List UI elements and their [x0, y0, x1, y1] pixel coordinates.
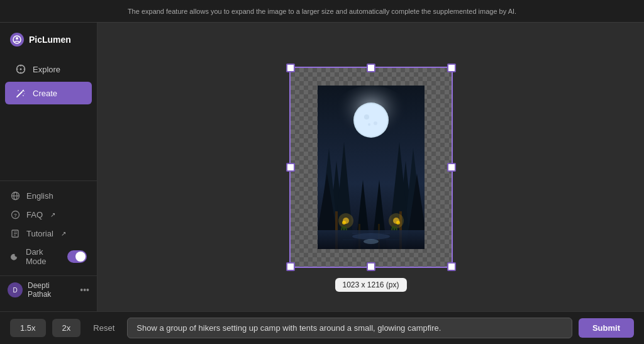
main-content: 1023 x 1216 (px) [97, 23, 644, 311]
moon-icon [10, 252, 19, 262]
tutorial-external-icon: ↗ [61, 230, 66, 237]
resize-handle-mr[interactable] [447, 163, 456, 172]
user-area: D Deepti Pathak ••• [0, 275, 97, 304]
submit-button[interactable]: Submit [579, 318, 634, 338]
sidebar-item-explore-label: Explore [33, 65, 60, 74]
resize-handle-br[interactable] [447, 262, 456, 271]
darkmode-toggle[interactable] [67, 250, 87, 263]
sidebar: PicLumen Explore [0, 23, 97, 311]
sidebar-item-tutorial-label: Tutorial [26, 229, 53, 238]
svg-point-9 [18, 90, 19, 91]
help-icon: ? [10, 209, 20, 219]
compass-icon [15, 64, 26, 75]
top-bar: The expand feature allows you to expand … [0, 0, 644, 23]
nav-items: Explore Create [0, 57, 97, 180]
expanded-canvas[interactable]: 1023 x 1216 (px) [289, 67, 453, 268]
sidebar-item-tutorial[interactable]: Tutorial ↗ [0, 224, 97, 243]
faq-external-icon: ↗ [50, 211, 55, 218]
globe-icon [10, 191, 20, 201]
zoom-1-5x-button[interactable]: 1.5x [10, 319, 46, 337]
sidebar-item-explore[interactable]: Explore [5, 58, 92, 80]
sidebar-item-create-label: Create [33, 89, 57, 98]
svg-point-25 [364, 114, 369, 119]
more-icon[interactable]: ••• [80, 285, 89, 295]
avatar: D [8, 282, 23, 297]
prompt-input[interactable] [127, 318, 572, 338]
dimension-label: 1023 x 1216 (px) [335, 278, 406, 292]
svg-point-43 [338, 213, 353, 228]
sidebar-item-darkmode-label: Dark Mode [26, 247, 61, 266]
toggle-thumb [75, 252, 86, 262]
forest-image-container [318, 86, 425, 249]
svg-point-49 [352, 233, 390, 240]
top-bar-message: The expand feature allows you to expand … [128, 8, 516, 15]
svg-point-1 [16, 37, 18, 40]
resize-handle-tr[interactable] [447, 64, 456, 72]
svg-point-24 [355, 104, 387, 136]
logo: PicLumen [0, 30, 97, 57]
resize-handle-bc[interactable] [367, 262, 375, 271]
resize-handle-tc[interactable] [367, 64, 375, 72]
svg-point-44 [342, 221, 346, 225]
logo-icon [10, 33, 24, 47]
resize-handle-ml[interactable] [286, 163, 295, 172]
resize-handle-tl[interactable] [286, 64, 295, 72]
svg-point-11 [24, 93, 25, 94]
svg-point-47 [396, 221, 400, 225]
sidebar-item-faq[interactable]: ? FAQ ↗ [0, 205, 97, 224]
svg-point-52 [364, 239, 379, 244]
resize-handle-bl[interactable] [286, 262, 295, 271]
book-icon [10, 228, 20, 238]
sidebar-bottom: English ? FAQ ↗ [0, 180, 97, 275]
reset-button[interactable]: Reset [87, 319, 121, 337]
sidebar-item-language-label: English [26, 191, 53, 201]
svg-point-27 [368, 123, 370, 126]
forest-image [318, 86, 425, 249]
canvas-wrapper: 1023 x 1216 (px) [289, 67, 453, 268]
logo-text: PicLumen [29, 35, 71, 45]
bottom-toolbar: 1.5x 2x Reset Submit [0, 311, 644, 344]
sidebar-item-darkmode[interactable]: Dark Mode [0, 243, 97, 270]
svg-point-46 [389, 213, 404, 228]
svg-point-26 [374, 121, 377, 125]
user-name: Deepti Pathak [28, 281, 75, 299]
sidebar-item-language[interactable]: English [0, 186, 97, 205]
sidebar-item-create[interactable]: Create [5, 82, 92, 104]
svg-point-3 [20, 69, 22, 70]
sidebar-item-faq-label: FAQ [26, 210, 43, 219]
svg-line-8 [17, 92, 22, 97]
svg-point-10 [23, 95, 24, 96]
svg-text:?: ? [14, 213, 17, 218]
wand-icon [15, 87, 26, 99]
zoom-2x-button[interactable]: 2x [52, 319, 81, 337]
